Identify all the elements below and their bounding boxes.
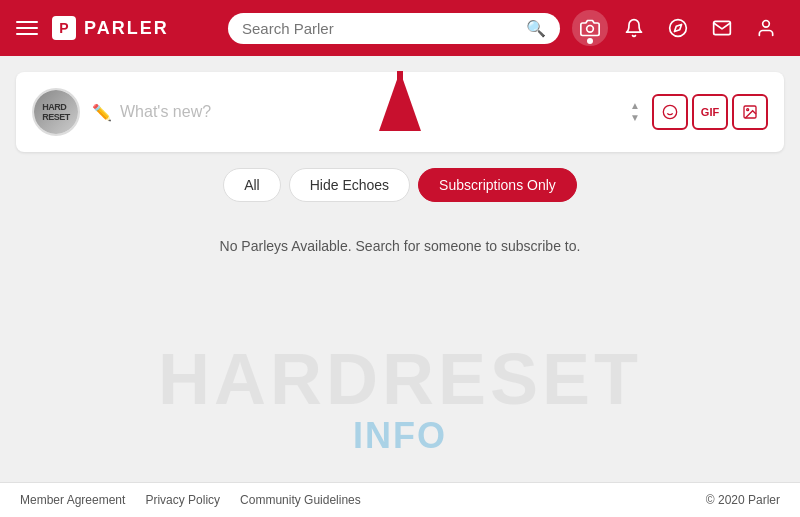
compass-nav-button[interactable] [660,10,696,46]
gif-label: GIF [701,106,719,118]
privacy-policy-link[interactable]: Privacy Policy [145,493,220,507]
hamburger-menu-button[interactable] [16,21,38,35]
logo[interactable]: P PARLER [52,16,169,40]
logo-p-icon: P [52,16,76,40]
avatar: HARDRESET [32,88,80,136]
user-nav-button[interactable] [748,10,784,46]
filter-all-button[interactable]: All [223,168,281,202]
composer-scroll: ▲ ▼ [630,101,640,123]
search-bar: 🔍 [228,13,560,44]
camera-nav-button[interactable] [572,10,608,46]
composer-input-area[interactable]: ✏️ What's new? [92,103,618,122]
header-right [572,10,784,46]
filter-hide-echoes-button[interactable]: Hide Echoes [289,168,410,202]
search-input[interactable] [242,20,518,37]
avatar-image: HARDRESET [34,90,78,134]
svg-point-3 [763,21,770,28]
community-guidelines-link[interactable]: Community Guidelines [240,493,361,507]
watermark-line1: HARDRESET [158,343,642,415]
arrow-indicator [360,56,440,136]
active-dot [587,38,593,44]
footer-links: Member Agreement Privacy Policy Communit… [20,493,361,507]
logo-text: PARLER [84,18,169,39]
composer-actions: GIF [652,94,768,130]
empty-state: No Parleys Available. Search for someone… [16,218,784,274]
svg-point-0 [587,26,594,33]
image-button[interactable] [732,94,768,130]
watermark-line2: INFO [353,415,447,457]
pencil-icon: ✏️ [92,103,112,122]
footer: Member Agreement Privacy Policy Communit… [0,482,800,517]
svg-marker-2 [674,24,681,31]
search-bar-wrapper: 🔍 [228,13,560,44]
watermark: HARDRESET INFO [0,343,800,457]
gif-button[interactable]: GIF [692,94,728,130]
scroll-down-button[interactable]: ▼ [630,113,640,123]
svg-point-10 [747,109,749,111]
empty-state-message: No Parleys Available. Search for someone… [220,238,581,254]
header-left: P PARLER [16,16,216,40]
emoji-button[interactable] [652,94,688,130]
header: P PARLER 🔍 [0,0,800,56]
filter-bar: All Hide Echoes Subscriptions Only [16,168,784,202]
bell-nav-button[interactable] [616,10,652,46]
svg-point-6 [663,105,676,118]
footer-copyright: © 2020 Parler [706,493,780,507]
member-agreement-link[interactable]: Member Agreement [20,493,125,507]
filter-subscriptions-only-button[interactable]: Subscriptions Only [418,168,577,202]
scroll-up-button[interactable]: ▲ [630,101,640,111]
mail-nav-button[interactable] [704,10,740,46]
search-icon: 🔍 [526,19,546,38]
svg-point-1 [670,20,687,37]
